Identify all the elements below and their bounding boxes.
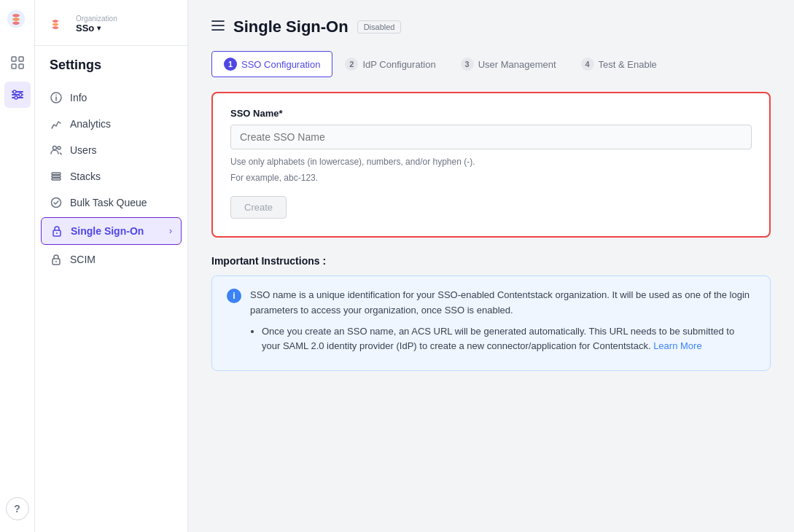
settings-nav-icon[interactable] [4,82,31,108]
sso-chevron-icon: › [169,226,172,236]
tab-num-1: 1 [224,58,237,71]
analytics-icon [50,117,63,130]
info-icon [50,91,63,104]
sidebar-item-stacks[interactable]: Stacks [35,163,187,189]
tab-test-enable[interactable]: 4 Test & Enable [569,51,669,77]
svg-point-14 [58,146,61,149]
tab-bar: 1 SSO Configuration 2 IdP Configuration … [211,51,771,77]
users-icon [50,144,63,157]
bulk-task-icon [50,196,63,209]
org-label: Organization [76,15,117,23]
page-title: Single Sign-On [233,17,349,36]
scim-icon [50,253,63,266]
svg-point-22 [55,261,57,262]
sidebar-item-users[interactable]: Users [35,137,187,163]
tab-idp-configuration[interactable]: 2 IdP Configuration [332,51,448,77]
sidebar-title: Settings [35,58,187,85]
tab-label-idp: IdP Configuration [362,59,435,70]
instructions-body: SSO name is a unique identification for … [250,288,755,359]
sidebar-item-scim[interactable]: SCIM [35,246,187,273]
org-selector[interactable]: Organization SSo ▾ [76,15,117,34]
hamburger-icon[interactable] [211,20,225,34]
info-circle-icon: i [227,289,241,303]
sso-name-input[interactable] [230,125,752,149]
svg-point-8 [13,90,16,93]
svg-rect-16 [52,176,61,178]
org-name: SSo ▾ [76,23,117,34]
instruction-bullet1: SSO name is a unique identification for … [250,289,750,316]
tab-label-test: Test & Enable [599,59,657,70]
grid-nav-icon[interactable] [4,50,31,76]
main-content: Single Sign-On Disabled 1 SSO Configurat… [188,0,794,532]
sidebar-label-scim: SCIM [70,254,96,265]
sso-hint-line1: Use only alphabets (in lowercase), numbe… [230,155,752,168]
tab-user-management[interactable]: 3 User Management [448,51,569,77]
svg-rect-3 [12,64,16,69]
sidebar-label-sso: Single Sign-On [71,225,144,237]
sso-hint-line2: For example, abc-123. [230,171,752,184]
svg-point-13 [53,146,57,150]
svg-point-12 [55,95,57,96]
status-badge: Disabled [357,20,402,34]
sso-name-label: SSO Name* [230,108,752,119]
sidebar-label-info: Info [70,92,87,103]
tab-label-sso: SSO Configuration [241,59,320,70]
help-icon: ? [14,503,20,515]
sidebar-label-stacks: Stacks [70,171,101,182]
instructions-card: i SSO name is a unique identification fo… [211,275,771,371]
sidebar-item-bulk-task-queue[interactable]: Bulk Task Queue [35,189,187,216]
tab-label-usermgmt: User Management [478,59,556,70]
learn-more-link[interactable]: Learn More [653,340,701,351]
svg-rect-17 [52,179,61,181]
tab-num-3: 3 [461,58,474,71]
sidebar-item-info[interactable]: Info [35,85,187,111]
sidebar: Organization SSo ▾ Settings Info [35,0,188,532]
sidebar-item-analytics[interactable]: Analytics [35,111,187,137]
instructions-title: Important Instructions : [211,255,771,267]
svg-point-9 [19,93,22,96]
sso-lock-icon [50,224,63,238]
sso-config-card: SSO Name* Use only alphabets (in lowerca… [211,92,771,238]
create-button[interactable]: Create [230,196,287,219]
svg-point-10 [15,96,17,99]
icon-bar: ? [0,0,35,532]
help-icon-wrapper[interactable]: ? [6,497,29,520]
tab-sso-configuration[interactable]: 1 SSO Configuration [211,51,332,77]
tab-num-4: 4 [581,58,594,71]
svg-rect-2 [19,57,23,61]
svg-rect-15 [52,173,61,175]
page-header: Single Sign-On Disabled [211,17,771,36]
tab-num-2: 2 [345,58,358,71]
svg-rect-4 [19,64,23,69]
sidebar-item-sso[interactable]: Single Sign-On › [41,217,182,245]
sidebar-label-users: Users [70,144,97,156]
stacks-icon [50,170,63,183]
dropdown-icon: ▾ [97,24,101,32]
app-logo[interactable] [6,9,29,32]
svg-point-20 [56,232,58,234]
svg-rect-1 [12,57,16,61]
sidebar-label-analytics: Analytics [70,118,111,130]
sidebar-label-bulk-task: Bulk Task Queue [70,197,147,208]
